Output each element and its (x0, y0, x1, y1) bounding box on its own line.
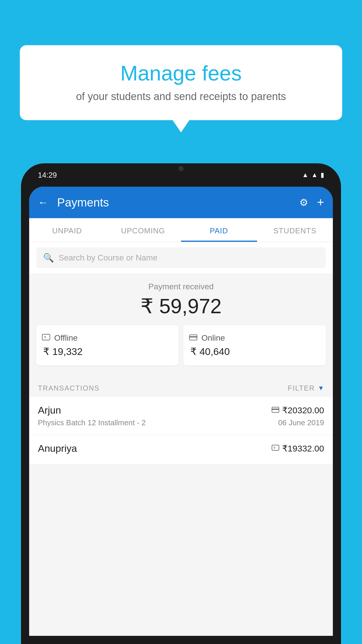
signal-icon: ▲ (311, 171, 318, 179)
bubble-subtitle: of your students and send receipts to pa… (37, 90, 325, 103)
offline-amount: ₹ 19,332 (42, 346, 82, 357)
transactions-label: TRANSACTIONS (38, 384, 100, 392)
svg-text:₹: ₹ (273, 446, 275, 450)
status-icons: ▲ ▲ ▮ (302, 171, 324, 179)
back-button[interactable]: ← (38, 196, 48, 209)
filter-container[interactable]: FILTER ▼ (288, 384, 324, 392)
transaction-name-2: Anupriya (38, 443, 77, 454)
add-icon[interactable]: + (317, 195, 324, 209)
online-payment-icon (189, 334, 197, 343)
camera (178, 166, 184, 171)
offline-payment-type-icon: ₹ (272, 444, 279, 453)
tab-upcoming[interactable]: UPCOMING (105, 218, 181, 242)
search-bar[interactable]: 🔍 Search by Course or Name (36, 247, 326, 268)
payment-received-label: Payment received (29, 282, 333, 291)
transactions-header: TRANSACTIONS FILTER ▼ (29, 378, 333, 397)
status-bar: 14:29 ▲ ▲ ▮ (29, 163, 333, 187)
transaction-name: Arjun (38, 405, 61, 416)
transaction-row-bottom: Physics Batch 12 Installment - 2 06 June… (38, 418, 324, 427)
offline-card: ₹ Offline ₹ 19,332 (36, 325, 179, 365)
filter-icon: ▼ (318, 384, 324, 392)
svg-rect-3 (189, 336, 197, 337)
payment-summary: Payment received ₹ 59,972 ₹ (29, 273, 333, 378)
online-payment-type-icon (272, 406, 279, 415)
app-bar: ← Payments ⚙ + (29, 187, 333, 218)
phone-notch (164, 163, 198, 174)
transaction-amount-container: ₹20320.00 (272, 405, 324, 415)
bubble-title: Manage fees (37, 61, 325, 85)
offline-payment-icon: ₹ (42, 334, 50, 343)
table-row[interactable]: Arjun ₹20320.00 Physics (29, 397, 333, 435)
speech-bubble: Manage fees of your students and send re… (20, 45, 342, 120)
transaction-amount: ₹20320.00 (282, 405, 324, 415)
transactions-list: Arjun ₹20320.00 Physics (29, 397, 333, 464)
transaction-date: 06 June 2019 (278, 418, 324, 427)
transaction-amount-container-2: ₹ ₹19332.00 (272, 443, 324, 454)
wifi-icon: ▲ (302, 171, 308, 179)
search-container: 🔍 Search by Course or Name (29, 242, 333, 273)
payment-total-amount: ₹ 59,972 (29, 294, 333, 318)
app-bar-title: Payments (57, 196, 294, 209)
app-bar-actions: ⚙ + (299, 195, 324, 209)
status-time: 14:29 (38, 171, 57, 180)
tab-paid[interactable]: PAID (181, 218, 257, 242)
search-placeholder: Search by Course or Name (59, 253, 157, 262)
svg-rect-5 (272, 409, 279, 410)
transaction-row-top: Arjun ₹20320.00 (38, 405, 324, 416)
online-amount: ₹ 40,640 (189, 346, 230, 357)
svg-text:₹: ₹ (44, 335, 46, 340)
phone-frame: 14:29 ▲ ▲ ▮ ← Payments ⚙ + (21, 163, 341, 644)
tab-unpaid[interactable]: UNPAID (29, 218, 105, 242)
offline-label: Offline (54, 333, 78, 343)
online-card-header: Online (189, 333, 225, 343)
transaction-course: Physics Batch 12 Installment - 2 (38, 418, 146, 427)
online-card: Online ₹ 40,640 (183, 325, 326, 365)
transaction-row-top-2: Anupriya ₹ ₹19332.00 (38, 443, 324, 454)
filter-label: FILTER (288, 384, 315, 392)
search-icon: 🔍 (43, 253, 54, 263)
tab-students[interactable]: STUDENTS (257, 218, 333, 242)
svg-rect-6 (272, 445, 279, 450)
offline-card-header: ₹ Offline (42, 333, 78, 343)
settings-icon[interactable]: ⚙ (299, 197, 308, 208)
battery-icon: ▮ (321, 171, 324, 179)
online-label: Online (201, 333, 225, 343)
phone-screen: ← Payments ⚙ + UNPAID UPCOMING PAID STUD… (29, 187, 333, 636)
table-row[interactable]: Anupriya ₹ ₹19332.00 (29, 435, 333, 464)
payment-cards: ₹ Offline ₹ 19,332 (29, 325, 333, 372)
tabs-bar: UNPAID UPCOMING PAID STUDENTS (29, 218, 333, 242)
transaction-amount-2: ₹19332.00 (282, 443, 324, 454)
